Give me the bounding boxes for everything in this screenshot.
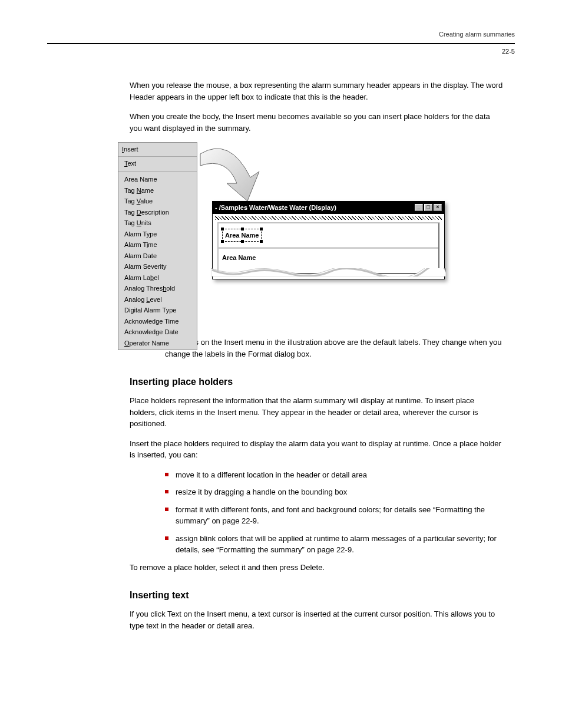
chapter-title: Creating alarm summaries [0, 29, 515, 39]
page-content: When you release the mouse, a box repres… [0, 56, 562, 631]
menu-item-digital-alarm-type[interactable]: Digital Alarm Type [118, 305, 197, 316]
list-item: move it to a different location in the h… [165, 469, 503, 481]
paragraph: If you click Text on the Insert menu, a … [130, 608, 503, 631]
paragraph: Insert the place holders required to dis… [130, 438, 503, 461]
close-button[interactable]: × [434, 204, 442, 211]
resize-handle[interactable] [241, 240, 244, 243]
menu-item-ack-time[interactable]: Acknowledge Time [118, 316, 197, 327]
resize-handle[interactable] [260, 228, 263, 230]
menu-item-ack-date[interactable]: Acknowledge Date [118, 327, 197, 338]
menu-item-alarm-severity[interactable]: Alarm Severity [118, 261, 197, 272]
maximize-button[interactable]: □ [424, 204, 432, 211]
heading-inserting-text: Inserting text [130, 588, 503, 602]
menu-item-analog-threshold[interactable]: Analog Threshold [118, 283, 197, 294]
page-number: 22-5 [0, 47, 562, 57]
menu-item-tag-description[interactable]: Tag Description [118, 207, 197, 218]
list-item: format it with different fonts, and font… [165, 504, 503, 527]
figure: Insert Text Area Name Tag Name Tag Value… [118, 142, 503, 325]
paragraph: Place holders represent the information … [130, 395, 503, 430]
paragraph: When you release the mouse, a box repres… [130, 80, 503, 103]
menu-item-alarm-label[interactable]: Alarm Label [118, 272, 197, 284]
list-item: resize it by dragging a handle on the bo… [165, 486, 503, 498]
heading-inserting-placeholders: Inserting place holders [130, 375, 503, 389]
summary-header-row[interactable]: Area Name [219, 223, 438, 248]
paragraph: When you create the body, the Insert men… [130, 111, 503, 134]
placeholder-area-name-detail[interactable]: Area Name [222, 253, 256, 263]
bullet-icon [165, 490, 168, 493]
menu-separator [118, 171, 197, 172]
bullet-icon [165, 536, 168, 540]
placeholder-area-name-header[interactable]: Area Name [222, 229, 262, 242]
resize-handle[interactable] [241, 228, 244, 230]
window-controls: _ □ × [415, 204, 442, 211]
arrow-icon [194, 142, 265, 219]
menu-item-alarm-date[interactable]: Alarm Date [118, 251, 197, 262]
menu-item-operator-name[interactable]: Operator Name [118, 338, 197, 349]
minimize-button[interactable]: _ [415, 204, 423, 211]
menu-item-analog-level[interactable]: Analog Level [118, 294, 197, 305]
torn-edge [211, 268, 446, 276]
info-note: i The items on the Insert menu in the il… [147, 337, 503, 360]
paragraph: To remove a place holder, select it and … [130, 562, 503, 574]
menu-title: Insert [118, 143, 197, 157]
list-item: assign blink colors that will be applied… [165, 533, 503, 556]
page-header: Creating alarm summaries [0, 18, 562, 39]
resize-handle[interactable] [260, 240, 263, 243]
bullet-list: move it to a different location in the h… [165, 469, 503, 556]
menu-item-text[interactable]: Text [118, 158, 197, 169]
bullet-icon [165, 508, 168, 511]
resize-handle[interactable] [221, 228, 224, 230]
menu-item-tag-value[interactable]: Tag Value [118, 196, 197, 207]
note-text: The items on the Insert menu in the illu… [165, 337, 503, 360]
resize-handle[interactable] [221, 240, 224, 243]
header-divider [47, 43, 515, 44]
menu-item-area-name[interactable]: Area Name [118, 174, 197, 185]
menu-item-alarm-type[interactable]: Alarm Type [118, 229, 197, 240]
menu-item-alarm-time[interactable]: Alarm Time [118, 239, 197, 251]
insert-menu[interactable]: Insert Text Area Name Tag Name Tag Value… [118, 142, 197, 350]
alarm-summary-object[interactable]: Area Name Area Name [217, 222, 439, 274]
summary-detail-row[interactable]: Area Name [219, 248, 438, 267]
menu-item-tag-units[interactable]: Tag Units [118, 218, 197, 229]
menu-item-tag-name[interactable]: Tag Name [118, 185, 197, 196]
bullet-icon [165, 473, 168, 476]
